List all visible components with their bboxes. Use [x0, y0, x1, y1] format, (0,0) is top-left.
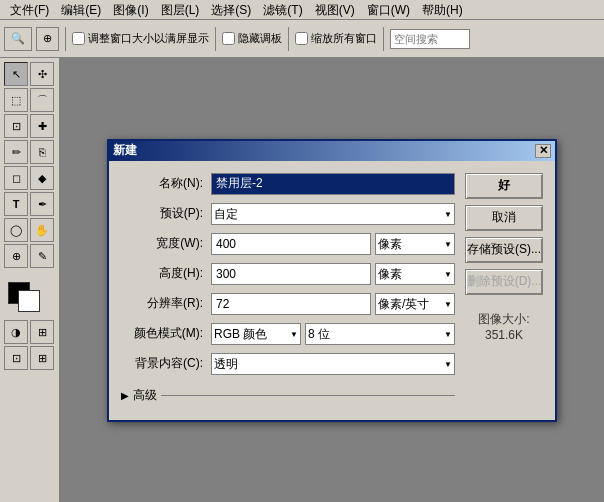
dialog-buttons: 好 取消 存储预设(S)... 删除预设(D)... 图像大小: 351.6K	[465, 173, 543, 408]
dialog-overlay: 新建 ✕ 名称(N): 预设(P):	[60, 58, 604, 502]
eraser-tool[interactable]: ◻	[4, 166, 28, 190]
delete-preset-button[interactable]: 删除预设(D)...	[465, 269, 543, 295]
colormode-row: 颜色模式(M): RGB 颜色 8 位	[121, 323, 455, 345]
resolution-unit-wrapper: 像素/英寸	[375, 293, 455, 315]
toolbar-separator-1	[65, 27, 66, 51]
background-select-wrapper: 透明	[211, 353, 455, 375]
dialog-form: 名称(N): 预设(P): 自定	[121, 173, 455, 408]
show-panel-check[interactable]: 隐藏调板	[222, 31, 282, 46]
show-panel-checkbox[interactable]	[222, 32, 235, 45]
preset-select-wrapper: 自定	[211, 203, 455, 225]
resolution-row: 分辨率(R): 像素/英寸	[121, 293, 455, 315]
brush-tool[interactable]: ✏	[4, 140, 28, 164]
advanced-label: 高级	[133, 387, 157, 404]
width-input[interactable]	[211, 233, 371, 255]
width-unit-wrapper: 像素	[375, 233, 455, 255]
lasso-tool[interactable]: ⌒	[30, 88, 54, 112]
width-label: 宽度(W):	[121, 235, 211, 252]
toolbar-separator-4	[383, 27, 384, 51]
crop-tool[interactable]: ⊡	[4, 114, 28, 138]
name-row: 名称(N):	[121, 173, 455, 195]
background-color[interactable]	[18, 290, 40, 312]
magnify-icon: 🔍	[11, 32, 25, 45]
image-info-label: 图像大小:	[465, 311, 543, 328]
quick-mask-tool[interactable]: ◑	[4, 320, 28, 344]
advanced-toggle[interactable]: ▶ 高级	[121, 387, 157, 404]
zoom-in-btn[interactable]: ⊕	[36, 27, 59, 51]
zoom-in-icon: ⊕	[43, 32, 52, 45]
menu-help[interactable]: 帮助(H)	[416, 0, 469, 20]
colormode-select[interactable]: RGB 颜色	[211, 323, 301, 345]
zoom-tool-btn[interactable]: 🔍	[4, 27, 32, 51]
screen-mode-tool[interactable]: ⊞	[30, 320, 54, 344]
clone-tool[interactable]: ⎘	[30, 140, 54, 164]
colormode-label: 颜色模式(M):	[121, 325, 211, 342]
height-input[interactable]	[211, 263, 371, 285]
background-select[interactable]: 透明	[211, 353, 455, 375]
tool-row-5: ◻ ◆	[4, 166, 55, 190]
rect-select-tool[interactable]: ⬚	[4, 88, 28, 112]
show-all-check[interactable]: 缩放所有窗口	[295, 31, 377, 46]
tool-row-2: ⬚ ⌒	[4, 88, 55, 112]
show-all-checkbox[interactable]	[295, 32, 308, 45]
preset-label: 预设(P):	[121, 205, 211, 222]
height-label: 高度(H):	[121, 265, 211, 282]
heal-tool[interactable]: ✚	[30, 114, 54, 138]
shape-tool[interactable]: ◯	[4, 218, 28, 242]
arrow-tool[interactable]: ↖	[4, 62, 28, 86]
tool-row-4: ✏ ⎘	[4, 140, 55, 164]
fit-window-checkbox[interactable]	[72, 32, 85, 45]
menu-select[interactable]: 选择(S)	[205, 0, 257, 20]
menu-window[interactable]: 窗口(W)	[361, 0, 416, 20]
move-tool[interactable]: ✣	[30, 62, 54, 86]
ok-button[interactable]: 好	[465, 173, 543, 199]
colordepth-select[interactable]: 8 位	[305, 323, 455, 345]
resolution-unit-select[interactable]: 像素/英寸	[375, 293, 455, 315]
tool-row-3: ⊡ ✚	[4, 114, 55, 138]
menu-layer[interactable]: 图层(L)	[155, 0, 206, 20]
fit-window-label: 调整窗口大小以满屏显示	[88, 31, 209, 46]
advanced-row: ▶ 高级	[121, 383, 455, 408]
image-info: 图像大小: 351.6K	[465, 311, 543, 342]
height-unit-wrapper: 像素	[375, 263, 455, 285]
tool-row-9: ◑ ⊞	[4, 320, 55, 344]
canvas-area: 新建 ✕ 名称(N): 预设(P):	[60, 58, 604, 502]
menu-view[interactable]: 视图(V)	[309, 0, 361, 20]
width-row: 宽度(W): 像素	[121, 233, 455, 255]
new-document-dialog: 新建 ✕ 名称(N): 预设(P):	[107, 139, 557, 422]
color-swatches	[4, 278, 55, 318]
resolution-input[interactable]	[211, 293, 371, 315]
preset-select[interactable]: 自定	[211, 203, 455, 225]
hand-tool[interactable]: ✋	[30, 218, 54, 242]
pen-tool[interactable]: ✒	[30, 192, 54, 216]
save-preset-button[interactable]: 存储预设(S)...	[465, 237, 543, 263]
fill-tool[interactable]: ◆	[30, 166, 54, 190]
fit-window-check[interactable]: 调整窗口大小以满屏显示	[72, 31, 209, 46]
tool-row-10: ⊡ ⊞	[4, 346, 55, 370]
tool-row-8: ⊕ ✎	[4, 244, 55, 268]
preset-row: 预设(P): 自定	[121, 203, 455, 225]
zoom-tool[interactable]: ⊕	[4, 244, 28, 268]
toolbar-separator-3	[288, 27, 289, 51]
menu-file[interactable]: 文件(F)	[4, 0, 55, 20]
eyedropper-tool[interactable]: ✎	[30, 244, 54, 268]
show-all-label: 缩放所有窗口	[311, 31, 377, 46]
tool-row-7: ◯ ✋	[4, 218, 55, 242]
search-input[interactable]	[390, 29, 470, 49]
name-input[interactable]	[211, 173, 455, 195]
background-label: 背景内容(C):	[121, 355, 211, 372]
height-unit-select[interactable]: 像素	[375, 263, 455, 285]
menu-image[interactable]: 图像(I)	[107, 0, 154, 20]
menu-filter[interactable]: 滤镜(T)	[257, 0, 308, 20]
extra-tool-2[interactable]: ⊞	[30, 346, 54, 370]
menu-edit[interactable]: 编辑(E)	[55, 0, 107, 20]
toolbar-separator-2	[215, 27, 216, 51]
toolbar: 🔍 ⊕ 调整窗口大小以满屏显示 隐藏调板 缩放所有窗口	[0, 20, 604, 58]
cancel-button[interactable]: 取消	[465, 205, 543, 231]
width-unit-select[interactable]: 像素	[375, 233, 455, 255]
dialog-titlebar: 新建 ✕	[109, 141, 555, 161]
extra-tool-1[interactable]: ⊡	[4, 346, 28, 370]
dialog-close-button[interactable]: ✕	[535, 144, 551, 158]
colordepth-select-wrapper: 8 位	[305, 323, 455, 345]
text-tool[interactable]: T	[4, 192, 28, 216]
